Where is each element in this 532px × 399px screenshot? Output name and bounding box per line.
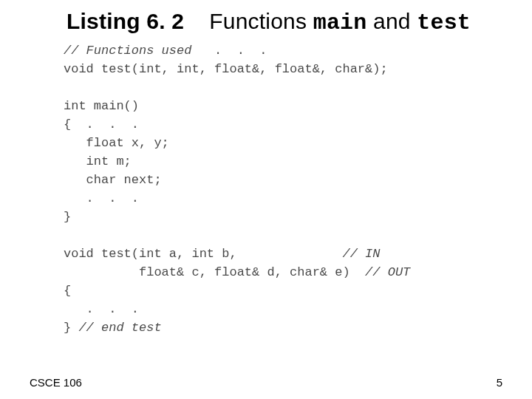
code-block: // Functions used . . . void test(int, i… [64,41,495,337]
code-text: float x, y; [64,136,169,150]
slide-title: Listing 6. 2 Functions main and test [66,9,502,35]
code-text: } [64,321,78,335]
code-text: float& c, float& d, char& e) [64,265,365,279]
code-text: . . . [200,44,267,58]
code-text: } [64,210,71,224]
code-comment: // end test [78,321,161,335]
listing-label: Listing 6. 2 [66,9,184,33]
title-main-name: main [313,10,367,35]
code-text: void test(int, int, float&, float&, char… [64,62,388,76]
slide: Listing 6. 2 Functions main and test // … [0,0,532,399]
code-text: . . . [64,191,139,205]
title-functions-word: Functions [209,9,307,33]
footer-course: CSCE 106 [30,376,82,389]
code-text: { [64,284,71,298]
code-comment: // IN [342,247,380,261]
code-text: void test(int a, int b, [64,247,342,261]
code-text: { . . . [64,117,139,132]
footer-page-number: 5 [497,376,502,389]
title-and-word: and [373,9,411,33]
code-text: int m; [64,154,132,168]
code-text: char next; [64,173,162,187]
code-comment: // Functions used [64,44,200,58]
code-comment: // OUT [365,265,410,279]
title-test-name: test [417,10,471,35]
code-text: int main() [64,99,139,113]
code-text: . . . [64,302,139,316]
